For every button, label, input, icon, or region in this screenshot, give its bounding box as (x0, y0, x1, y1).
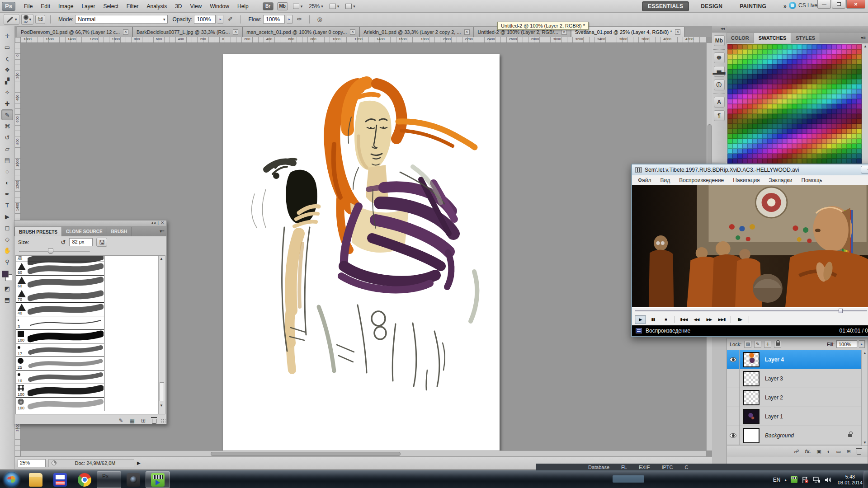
swatch[interactable] (827, 99, 832, 104)
swatch[interactable] (817, 159, 822, 164)
swatch[interactable] (747, 159, 752, 164)
swatch[interactable] (807, 144, 812, 149)
swatch[interactable] (842, 89, 847, 94)
panel-menu-icon[interactable]: ▾≡ (861, 35, 866, 40)
swatch[interactable] (772, 104, 777, 109)
workspace-essentials[interactable]: ESSENTIALS (642, 1, 689, 11)
swatch[interactable] (742, 124, 747, 129)
scrollbar-thumb[interactable] (211, 452, 401, 456)
swatch[interactable] (802, 49, 807, 54)
swatch[interactable] (852, 74, 857, 79)
swatch[interactable] (832, 79, 837, 84)
swatch[interactable] (797, 89, 802, 94)
swatch[interactable] (752, 59, 757, 64)
swatch[interactable] (797, 124, 802, 129)
player-menu-1[interactable]: Вид (656, 177, 675, 183)
swatch[interactable] (742, 94, 747, 99)
swatch[interactable] (727, 69, 732, 74)
swatch[interactable] (737, 114, 742, 119)
swatch[interactable] (742, 149, 747, 154)
document-tab[interactable]: BarkDecidious0077_L.jpg @ 33,3% (RG...✕ (132, 27, 242, 37)
scroll-up-icon[interactable]: ▲ (863, 44, 867, 48)
swatch[interactable] (852, 104, 857, 109)
swatch[interactable] (782, 64, 787, 69)
swatch[interactable] (782, 139, 787, 144)
swatch[interactable] (797, 154, 802, 159)
swatch[interactable] (827, 59, 832, 64)
swatch[interactable] (857, 94, 862, 99)
swatch[interactable] (767, 69, 772, 74)
swatch[interactable] (832, 44, 837, 49)
brush-list-scrollbar[interactable]: ▲ ▼ (158, 256, 165, 414)
swatch[interactable] (807, 69, 812, 74)
swatch[interactable] (847, 104, 852, 109)
swatch[interactable] (732, 154, 737, 159)
rotate-view-tool[interactable]: ◇ (1, 234, 13, 244)
swatch[interactable] (772, 84, 777, 89)
swatch[interactable] (747, 49, 752, 54)
menu-edit[interactable]: Edit (37, 0, 54, 12)
swatch[interactable] (762, 109, 767, 114)
swatch[interactable] (827, 44, 832, 49)
swatch[interactable] (857, 134, 862, 139)
swatch[interactable] (762, 74, 767, 79)
swatch[interactable] (747, 129, 752, 134)
swatch[interactable] (752, 104, 757, 109)
swatch[interactable] (822, 109, 827, 114)
swatch[interactable] (792, 149, 797, 154)
flow-field[interactable]: 100% (263, 15, 285, 23)
zoom-level-control[interactable]: 25%▾ (306, 2, 326, 11)
foreground-color-swatch[interactable] (2, 271, 9, 277)
swatch[interactable] (747, 139, 752, 144)
swatch[interactable] (852, 44, 857, 49)
swatch[interactable] (847, 84, 852, 89)
swatch[interactable] (767, 94, 772, 99)
swatch[interactable] (857, 119, 862, 124)
swatch[interactable] (827, 144, 832, 149)
swatch[interactable] (762, 104, 767, 109)
swatch[interactable] (792, 109, 797, 114)
taskbar-floppy-button[interactable] (48, 471, 72, 488)
swatch[interactable] (737, 69, 742, 74)
swatch[interactable] (782, 104, 787, 109)
swatch[interactable] (852, 54, 857, 59)
swatch[interactable] (792, 59, 797, 64)
quick-mask-button[interactable]: ◩ (1, 283, 13, 294)
swatch[interactable] (782, 44, 787, 49)
swatch[interactable] (857, 84, 862, 89)
swatch[interactable] (832, 64, 837, 69)
swatch[interactable] (737, 64, 742, 69)
swatch[interactable] (817, 44, 822, 49)
swatch[interactable] (742, 144, 747, 149)
swatch[interactable] (857, 49, 862, 54)
swatch[interactable] (752, 89, 757, 94)
player-minimize-button[interactable]: — (861, 166, 868, 174)
move-tool[interactable]: ✛ (1, 30, 13, 41)
swatch[interactable] (762, 124, 767, 129)
airbrush-toggle-icon[interactable]: ✑ (294, 15, 304, 24)
swatch[interactable] (727, 59, 732, 64)
document-tab[interactable]: PodDerevom_01.psd @ 66,7% (Layer 12 c...… (17, 27, 132, 37)
swatch[interactable] (772, 69, 777, 74)
swatch[interactable] (732, 89, 737, 94)
mini-bridge-button[interactable]: Mb (277, 2, 288, 10)
swatch[interactable] (852, 79, 857, 84)
swatch[interactable] (797, 69, 802, 74)
swatch[interactable] (822, 49, 827, 54)
swatch[interactable] (792, 54, 797, 59)
swatch[interactable] (727, 144, 732, 149)
swatch[interactable] (732, 124, 737, 129)
open-preset-manager-icon[interactable]: ▦ (130, 418, 135, 424)
swatch[interactable] (852, 84, 857, 89)
swatch[interactable] (812, 114, 817, 119)
brush-preset-row[interactable]: 80 (16, 255, 104, 262)
swatch[interactable] (817, 114, 822, 119)
taskbar-clock[interactable]: 5:48 08.01.2014 (838, 474, 863, 486)
swatch[interactable] (822, 114, 827, 119)
swatch[interactable] (782, 109, 787, 114)
swatch[interactable] (817, 74, 822, 79)
swatch[interactable] (787, 79, 792, 84)
swatch[interactable] (777, 139, 782, 144)
layer-row[interactable]: Background (727, 426, 868, 445)
swatch[interactable] (742, 104, 747, 109)
